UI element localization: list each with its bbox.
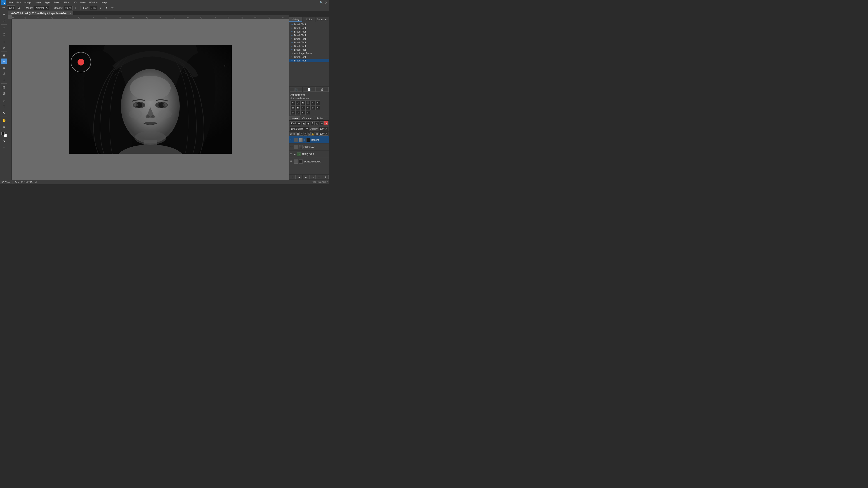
- history-item[interactable]: Brush Tool: [289, 41, 329, 44]
- adj-colorbalance-btn[interactable]: ▦: [290, 105, 295, 110]
- tab-color[interactable]: Color: [303, 17, 316, 22]
- history-item[interactable]: Brush Tool: [289, 44, 329, 48]
- layer-visibility-btn[interactable]: 👁: [290, 138, 293, 141]
- menu-layer[interactable]: Layer: [33, 1, 43, 4]
- layer-item-original[interactable]: 👁 ORIGINAL: [289, 143, 329, 151]
- selection-tool[interactable]: ⬡: [1, 18, 7, 24]
- adj-selectivecolor-btn[interactable]: ⊟: [305, 110, 310, 115]
- menu-view[interactable]: View: [79, 1, 87, 4]
- menu-file[interactable]: File: [7, 1, 14, 4]
- gradient-tool[interactable]: ▦: [1, 84, 7, 90]
- text-tool[interactable]: T: [1, 104, 7, 110]
- menu-filter[interactable]: Filter: [63, 1, 71, 4]
- color-swatch[interactable]: [1, 131, 7, 137]
- screen-mode-btn[interactable]: ▭: [1, 144, 7, 150]
- history-item[interactable]: Brush Tool: [289, 23, 329, 26]
- history-item[interactable]: Brush Tool: [289, 33, 329, 37]
- history-item[interactable]: Add Layer Mask: [289, 52, 329, 55]
- layer-visibility-btn[interactable]: 👁: [290, 153, 293, 156]
- history-item[interactable]: Brush Tool: [289, 48, 329, 52]
- layer-mask-btn[interactable]: ◑: [296, 175, 302, 180]
- hand-tool[interactable]: ✋: [1, 118, 7, 123]
- adj-invert-btn[interactable]: ⊞: [315, 105, 320, 110]
- layer-visibility-btn[interactable]: 👁: [290, 160, 293, 163]
- tab-close-btn[interactable]: ×: [70, 12, 71, 14]
- brush-tool[interactable]: ✏: [1, 59, 7, 64]
- adj-levels-btn[interactable]: ◑: [296, 100, 300, 105]
- canvas-content[interactable]: [12, 19, 289, 180]
- menu-3d[interactable]: 3D: [72, 1, 78, 4]
- airbrush-btn[interactable]: ✦: [104, 5, 109, 10]
- adj-bw-btn[interactable]: ◧: [296, 105, 300, 110]
- menu-type[interactable]: Type: [43, 1, 52, 4]
- adj-channelmixer-btn[interactable]: ◈: [305, 105, 310, 110]
- history-item[interactable]: Brush Tool: [289, 30, 329, 33]
- layer-new-btn[interactable]: +: [316, 175, 322, 180]
- layer-item-relight[interactable]: 👁 ⛓ Relight: [289, 136, 329, 143]
- history-item[interactable]: Brush Tool: [289, 37, 329, 41]
- pressure-opacity-btn[interactable]: ◈: [73, 5, 79, 10]
- lock-transparent-btn[interactable]: ▦: [297, 132, 300, 135]
- history-snapshot-btn[interactable]: 📷: [289, 87, 302, 92]
- history-delete-btn[interactable]: 🗑: [316, 87, 329, 92]
- layers-filter-adj[interactable]: ◑: [306, 121, 310, 125]
- clone-tool[interactable]: ⊛: [1, 65, 7, 70]
- adj-photofilter-btn[interactable]: ⊡: [301, 105, 305, 110]
- crop-tool[interactable]: ⊹: [1, 39, 7, 45]
- tab-channels[interactable]: Channels: [301, 116, 315, 121]
- history-brush-tool[interactable]: ↺: [1, 71, 7, 76]
- menu-image[interactable]: Image: [23, 1, 33, 4]
- tab-paths[interactable]: Paths: [315, 116, 325, 121]
- layer-visibility-btn[interactable]: 👁: [290, 145, 293, 149]
- history-new-btn[interactable]: 📄: [303, 87, 315, 92]
- adj-hsl-btn[interactable]: ⊞: [315, 100, 320, 105]
- lock-all-btn[interactable]: 🔒: [311, 132, 314, 135]
- blend-mode-select[interactable]: Linear Light Normal Multiply Screen Over…: [290, 127, 309, 131]
- adj-threshold-btn[interactable]: ◑: [296, 110, 300, 115]
- adj-curves-btn[interactable]: ▣: [301, 100, 305, 105]
- layers-filter-toggle[interactable]: ●: [324, 121, 328, 125]
- lock-image-btn[interactable]: ✏: [300, 132, 303, 135]
- history-item[interactable]: Brush Tool: [289, 55, 329, 59]
- path-tool[interactable]: ↖: [1, 110, 7, 116]
- layers-filter-type[interactable]: T: [311, 121, 315, 125]
- history-item[interactable]: Brush Tool: [289, 26, 329, 30]
- layers-filter-pixel[interactable]: ▣: [302, 121, 306, 125]
- layer-item-savedphoto[interactable]: 👁 ▭ SAVED PHOTO: [289, 158, 329, 165]
- zoom-tool[interactable]: ⊕: [1, 124, 7, 129]
- adj-colorlookup-btn[interactable]: ◎: [310, 105, 315, 110]
- adj-vibrance-btn[interactable]: ≋: [310, 100, 315, 105]
- layers-kind-select[interactable]: Kind: [290, 121, 301, 125]
- blur-tool[interactable]: ◎: [1, 90, 7, 96]
- layer-delete-btn[interactable]: 🗑: [322, 175, 329, 180]
- pen-tool[interactable]: ◁: [1, 98, 7, 104]
- layers-filter-shape[interactable]: ◻: [315, 121, 319, 125]
- eyedropper-tool[interactable]: ⊘: [1, 45, 7, 51]
- menu-help[interactable]: Help: [100, 1, 108, 4]
- move-tool[interactable]: ✛: [1, 12, 7, 18]
- menu-select[interactable]: Select: [52, 1, 62, 4]
- adj-exposure-btn[interactable]: ⬛: [305, 100, 310, 105]
- quick-mask-btn[interactable]: ◑: [1, 138, 7, 144]
- lasso-tool[interactable]: ⊂: [1, 25, 7, 31]
- lock-artboard-btn[interactable]: ◻: [308, 132, 311, 135]
- eraser-tool[interactable]: □: [1, 77, 7, 83]
- layer-fx-btn[interactable]: fx: [289, 175, 296, 180]
- adj-gradient-btn[interactable]: ⊞: [301, 110, 305, 115]
- layer-item-freqsep[interactable]: 👁 ▶ ▭ FREQ SEP: [289, 151, 329, 158]
- document-tab[interactable]: K8A0079-1.psd @ 33.3% (Relight, Layer Ma…: [8, 11, 73, 15]
- search-icon[interactable]: 🔍: [320, 1, 323, 4]
- layer-expand-arrow[interactable]: ▶: [294, 153, 296, 156]
- brush-preset-btn[interactable]: ✏: [1, 5, 6, 10]
- magic-wand-tool[interactable]: ⊗: [1, 31, 7, 37]
- layers-filter-smart[interactable]: ⊛: [320, 121, 324, 125]
- menu-edit[interactable]: Edit: [15, 1, 22, 4]
- menu-window[interactable]: Window: [88, 1, 99, 4]
- tab-layers[interactable]: Layers: [289, 116, 301, 121]
- tab-history[interactable]: History: [289, 17, 303, 22]
- brush-settings-btn[interactable]: ⊞: [16, 5, 21, 10]
- heal-tool[interactable]: ⊕: [1, 53, 7, 58]
- adj-posterize-btn[interactable]: ◎: [290, 110, 295, 115]
- mode-select[interactable]: Normal Multiply Screen Overlay: [34, 6, 49, 10]
- history-item-selected[interactable]: Brush Tool: [289, 59, 329, 62]
